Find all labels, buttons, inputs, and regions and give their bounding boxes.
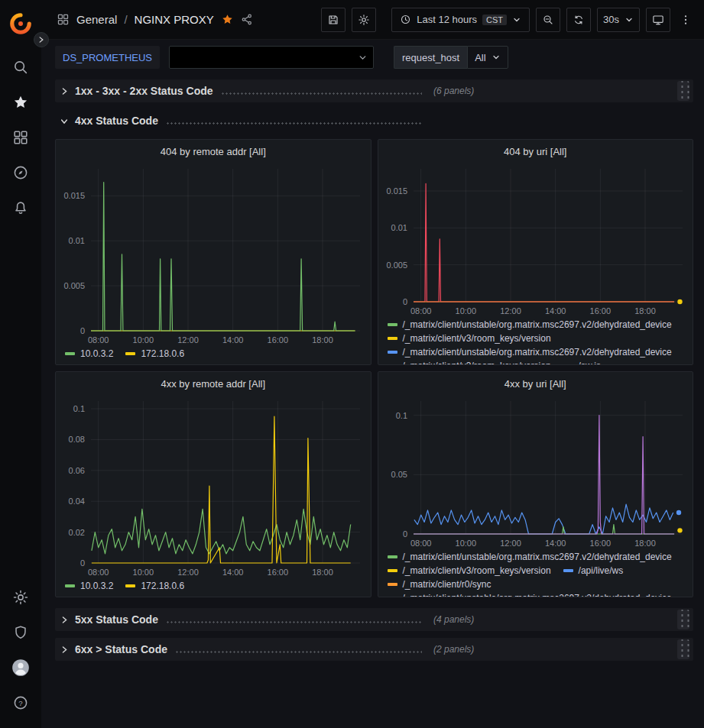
legend-item[interactable]: /_matrix/client/v3/room_keys/version bbox=[388, 564, 551, 578]
sidebar-item-alerting[interactable] bbox=[5, 193, 36, 223]
datasource-variable[interactable]: DS_PROMETHEUS bbox=[55, 46, 160, 69]
grafana-logo-icon bbox=[9, 12, 32, 35]
panel-title[interactable]: 4xx by remote addr [All] bbox=[56, 372, 371, 395]
timeseries-chart[interactable]: 00.020.040.060.080.108:0010:0012:0014:00… bbox=[56, 395, 371, 578]
legend-item[interactable]: 172.18.0.6 bbox=[125, 579, 184, 593]
grafana-logo[interactable] bbox=[5, 8, 36, 39]
row-drag-handle[interactable] bbox=[677, 81, 689, 101]
sidebar-expand-button[interactable] bbox=[34, 32, 49, 47]
legend-item[interactable]: /_matrix/client/unstable/org.matrix.msc2… bbox=[388, 345, 672, 359]
chart-legend: /_matrix/client/unstable/org.matrix.msc2… bbox=[378, 549, 693, 597]
sidebar-item-search[interactable] bbox=[5, 52, 36, 83]
sidebar-item-starred[interactable] bbox=[5, 87, 36, 118]
svg-text:12:00: 12:00 bbox=[177, 335, 199, 345]
time-range-label: Last 12 hours bbox=[417, 14, 477, 25]
svg-text:0.02: 0.02 bbox=[69, 528, 85, 537]
request-host-value: All bbox=[475, 52, 485, 63]
svg-text:10:00: 10:00 bbox=[455, 539, 476, 548]
series-color-marker bbox=[388, 323, 397, 326]
legend-item[interactable]: /_matrix/client/v3/room_keys/version bbox=[388, 359, 551, 364]
legend-item[interactable]: 172.18.0.6 bbox=[125, 347, 184, 361]
timeseries-chart[interactable]: 00.0050.010.01508:0010:0012:0014:0016:00… bbox=[56, 163, 371, 346]
row-title: 6xx > Status Code bbox=[75, 643, 167, 655]
svg-text:08:00: 08:00 bbox=[88, 335, 109, 345]
zoom-out-icon bbox=[542, 14, 554, 26]
dashboard-scroll-area[interactable]: 1xx - 3xx - 2xx Status Code (6 panels) 4… bbox=[41, 73, 704, 728]
panel-title[interactable]: 4xx by uri [All] bbox=[378, 372, 693, 395]
request-host-label[interactable]: request_host bbox=[394, 46, 467, 69]
time-range-picker[interactable]: Last 12 hours CST bbox=[391, 8, 530, 32]
chevron-right-icon bbox=[59, 87, 70, 95]
panel-title[interactable]: 404 by remote addr [All] bbox=[56, 140, 371, 163]
timeseries-chart[interactable]: 00.0050.010.01508:0010:0012:0014:0016:00… bbox=[378, 163, 693, 317]
legend-label: /api/live/ws bbox=[579, 564, 624, 578]
sidebar-item-help[interactable]: ? bbox=[5, 688, 36, 718]
legend-item[interactable]: /api/live/ws bbox=[563, 564, 624, 578]
refresh-button[interactable] bbox=[566, 8, 591, 32]
legend-label: 172.18.0.6 bbox=[141, 347, 184, 361]
panels-grid-4xx: 404 by remote addr [All] 00.0050.010.015… bbox=[55, 139, 693, 597]
series-color-marker bbox=[388, 583, 397, 586]
favorite-star-icon[interactable] bbox=[221, 13, 234, 26]
series-color-marker bbox=[563, 569, 573, 572]
legend-item[interactable]: /_matrix/client/unstable/org.matrix.msc2… bbox=[388, 550, 672, 564]
row-title: 5xx Status Code bbox=[75, 613, 158, 626]
chart-svg: 00.050.108:0010:0012:0014:0016:0018:00 bbox=[378, 395, 693, 549]
chart-legend: 10.0.3.2172.18.0.6 bbox=[56, 346, 371, 364]
sidebar-item-server-admin[interactable] bbox=[5, 617, 36, 648]
host-variable-dropdown[interactable] bbox=[169, 46, 374, 69]
sidebar-item-dashboards[interactable] bbox=[5, 122, 36, 153]
bell-icon bbox=[12, 199, 29, 216]
breadcrumb-section[interactable]: General bbox=[76, 13, 117, 26]
save-dashboard-button[interactable] bbox=[321, 8, 346, 32]
timeseries-chart[interactable]: 00.050.108:0010:0012:0014:0016:0018:00 bbox=[378, 395, 693, 549]
svg-text:08:00: 08:00 bbox=[410, 306, 431, 315]
row-drag-handle[interactable] bbox=[677, 639, 689, 659]
row-header-1xx-3xx-2xx[interactable]: 1xx - 3xx - 2xx Status Code (6 panels) bbox=[55, 79, 693, 102]
dashboard-settings-button[interactable] bbox=[352, 8, 376, 32]
svg-text:0: 0 bbox=[402, 529, 407, 539]
tv-mode-button[interactable] bbox=[646, 8, 670, 32]
row-header-4xx[interactable]: 4xx Status Code bbox=[55, 109, 693, 132]
more-options-button[interactable] bbox=[676, 8, 695, 32]
svg-text:0.005: 0.005 bbox=[386, 260, 407, 270]
svg-text:14:00: 14:00 bbox=[544, 539, 566, 548]
row-header-5xx[interactable]: 5xx Status Code (4 panels) bbox=[55, 608, 693, 631]
row-header-6xx[interactable]: 6xx > Status Code (2 panels) bbox=[55, 638, 693, 661]
chevron-right-icon bbox=[59, 645, 70, 654]
request-host-value-dropdown[interactable]: All bbox=[467, 46, 508, 69]
dashboard-title[interactable]: NGINX PROXY bbox=[135, 13, 214, 26]
chevron-down-icon bbox=[60, 115, 69, 126]
svg-text:0: 0 bbox=[80, 326, 85, 335]
legend-item[interactable]: /_matrix/client/unstable/org.matrix.msc2… bbox=[388, 318, 672, 332]
svg-text:10:00: 10:00 bbox=[133, 568, 154, 577]
panel-title[interactable]: 404 by uri [All] bbox=[378, 140, 693, 163]
refresh-interval-dropdown[interactable]: 30s bbox=[597, 8, 640, 32]
series-color-marker bbox=[388, 555, 397, 558]
request-host-variable: request_host All bbox=[394, 46, 508, 69]
sidebar-item-profile[interactable] bbox=[5, 652, 36, 683]
svg-text:08:00: 08:00 bbox=[410, 539, 431, 548]
legend-label: 10.0.3.2 bbox=[80, 347, 113, 361]
legend-item[interactable]: /sw.js bbox=[563, 359, 601, 364]
chart-legend: 10.0.3.2172.18.0.6 bbox=[56, 578, 371, 597]
legend-label: /_matrix/client/unstable/org.matrix.msc2… bbox=[403, 550, 672, 564]
sidebar-item-configuration[interactable] bbox=[5, 582, 36, 613]
sidebar-item-explore[interactable] bbox=[5, 157, 36, 188]
apps-grid-icon bbox=[57, 13, 70, 26]
legend-item[interactable]: 10.0.3.2 bbox=[65, 347, 113, 361]
legend-label: /_matrix/client/r0/sync bbox=[403, 578, 492, 591]
chart-legend: /_matrix/client/unstable/org.matrix.msc2… bbox=[378, 317, 693, 364]
svg-text:0.05: 0.05 bbox=[391, 470, 407, 479]
svg-text:16:00: 16:00 bbox=[589, 306, 611, 315]
legend-item[interactable]: /_matrix/client/r0/sync bbox=[388, 578, 492, 591]
legend-item[interactable]: 10.0.3.2 bbox=[65, 579, 113, 593]
zoom-out-button[interactable] bbox=[536, 8, 560, 32]
panel-title-text: 4xx by remote addr [All] bbox=[161, 378, 265, 390]
chevron-down-icon bbox=[512, 15, 521, 24]
svg-text:0.1: 0.1 bbox=[73, 404, 85, 413]
share-icon[interactable] bbox=[241, 13, 254, 26]
row-drag-handle[interactable] bbox=[677, 610, 689, 629]
legend-item[interactable]: /_matrix/client/unstable/org.matrix.msc2… bbox=[388, 591, 672, 597]
legend-item[interactable]: /_matrix/client/v3/room_keys/version bbox=[388, 332, 551, 345]
